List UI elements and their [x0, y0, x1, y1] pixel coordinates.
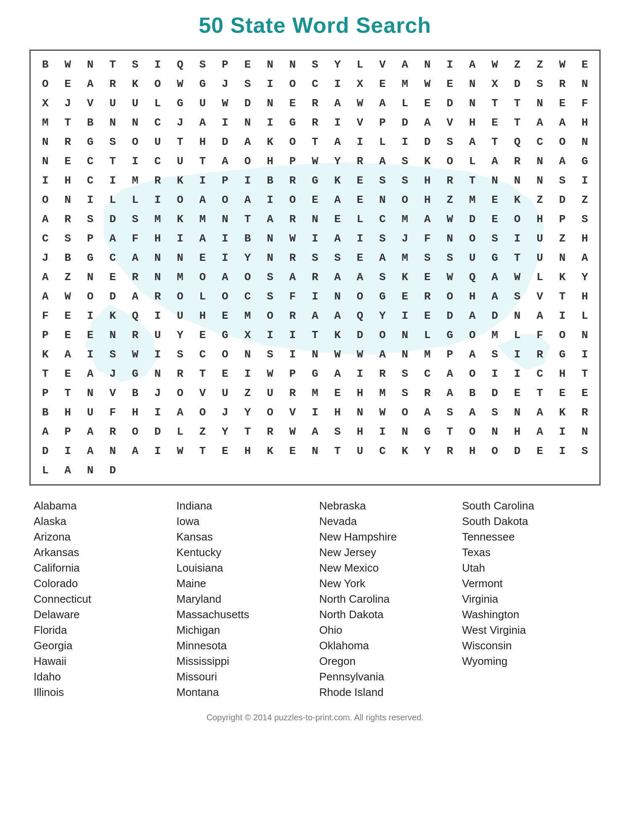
cell-0-14: L: [349, 55, 371, 74]
word-item: Wyoming: [462, 654, 596, 669]
cell-13-12: F: [281, 287, 304, 306]
cell-21-15: I: [551, 422, 574, 441]
cell-7-20: O: [169, 190, 192, 210]
cell-13-11: S: [259, 287, 281, 306]
cell-0-0: B: [34, 55, 57, 74]
cell-10-11: J: [394, 229, 416, 248]
cell-9-3: A: [259, 210, 281, 229]
cell-5-20: H: [259, 152, 281, 171]
cell-21-1: T: [236, 422, 259, 441]
cell-19-18: I: [147, 403, 169, 422]
cell-1-17: E: [371, 74, 394, 94]
cell-17-1: M: [416, 345, 439, 364]
cell-19-8: D: [483, 383, 506, 403]
cell-16-1: O: [461, 326, 484, 345]
cell-19-19: A: [169, 403, 192, 422]
cell-3-16: I: [259, 113, 281, 132]
cell-2-1: S: [528, 74, 551, 94]
cell-6-16: M: [124, 171, 147, 190]
word-item: California: [34, 560, 168, 576]
cell-19-5: R: [416, 383, 439, 403]
cell-13-9: O: [214, 287, 236, 306]
cell-16-17: S: [259, 345, 281, 364]
cell-15-14: X: [236, 326, 259, 345]
cell-10-8: A: [326, 229, 349, 248]
cell-3-10: N: [124, 113, 147, 132]
cell-16-18: I: [281, 345, 304, 364]
cell-2-20: L: [394, 94, 416, 113]
cell-6-1: R: [349, 152, 371, 171]
cell-11-5: I: [214, 248, 236, 268]
cell-8-16: A: [34, 210, 57, 229]
cell-22-20: A: [57, 461, 79, 480]
cell-15-4: L: [573, 306, 596, 326]
cell-10-13: N: [438, 229, 461, 248]
cell-21-21: A: [124, 441, 147, 461]
cell-12-7: A: [214, 268, 236, 287]
cell-3-14: I: [214, 113, 236, 132]
cell-2-12: W: [214, 94, 236, 113]
cell-4-22: I: [349, 132, 371, 152]
cell-19-2: H: [349, 383, 371, 403]
cell-0-2: N: [79, 55, 102, 74]
word-item: Alaska: [34, 514, 168, 529]
cell-18-4: A: [438, 364, 461, 383]
cell-19-17: H: [124, 403, 147, 422]
cell-19-15: U: [79, 403, 102, 422]
cell-11-4: E: [192, 248, 214, 268]
cell-3-7: T: [57, 113, 79, 132]
cell-7-0: R: [281, 171, 304, 190]
cell-3-11: C: [147, 113, 169, 132]
cell-0-15: V: [371, 55, 394, 74]
cell-0-9: E: [236, 55, 259, 74]
cell-0-6: Q: [169, 55, 192, 74]
cell-19-12: E: [573, 383, 596, 403]
cell-19-10: T: [528, 383, 551, 403]
cell-20-4: N: [349, 403, 371, 422]
cell-16-10: S: [102, 345, 124, 364]
cell-20-15: A: [34, 422, 57, 441]
word-item: New Mexico: [319, 560, 454, 576]
cell-20-8: S: [438, 403, 461, 422]
cell-19-20: O: [192, 403, 214, 422]
cell-13-17: E: [394, 287, 416, 306]
cell-22-17: I: [551, 441, 574, 461]
cell-0-16: A: [394, 55, 416, 74]
cell-14-16: A: [326, 306, 349, 326]
cell-15-16: I: [281, 326, 304, 345]
cell-1-20: E: [438, 74, 461, 94]
cell-19-6: A: [438, 383, 461, 403]
cell-18-19: U: [214, 383, 236, 403]
cell-0-8: P: [214, 55, 236, 74]
cell-7-4: S: [371, 171, 394, 190]
cell-21-4: A: [304, 422, 326, 441]
cell-12-8: O: [236, 268, 259, 287]
cell-4-15: H: [192, 132, 214, 152]
cell-7-5: S: [394, 171, 416, 190]
cell-8-21: M: [147, 210, 169, 229]
cell-15-22: L: [416, 326, 439, 345]
cell-4-16: D: [214, 132, 236, 152]
cell-6-20: P: [214, 171, 236, 190]
cell-4-1: V: [438, 113, 461, 132]
cell-12-3: R: [124, 268, 147, 287]
cell-0-1: W: [57, 55, 79, 74]
cell-20-11: N: [506, 403, 529, 422]
cell-7-9: N: [483, 171, 506, 190]
cell-21-0: Y: [214, 422, 236, 441]
cell-2-8: U: [124, 94, 147, 113]
cell-16-6: N: [573, 326, 596, 345]
cell-18-8: C: [528, 364, 551, 383]
cell-4-5: A: [528, 113, 551, 132]
cell-5-12: C: [79, 152, 102, 171]
cell-7-12: S: [551, 171, 574, 190]
cell-14-15: A: [304, 306, 326, 326]
cell-14-21: D: [438, 306, 461, 326]
cell-10-4: B: [236, 229, 259, 248]
cell-4-4: T: [506, 113, 529, 132]
cell-8-13: Z: [528, 190, 551, 210]
cell-11-17: G: [483, 248, 506, 268]
cell-12-14: S: [371, 268, 394, 287]
cell-21-10: T: [438, 422, 461, 441]
cell-6-21: I: [236, 171, 259, 190]
